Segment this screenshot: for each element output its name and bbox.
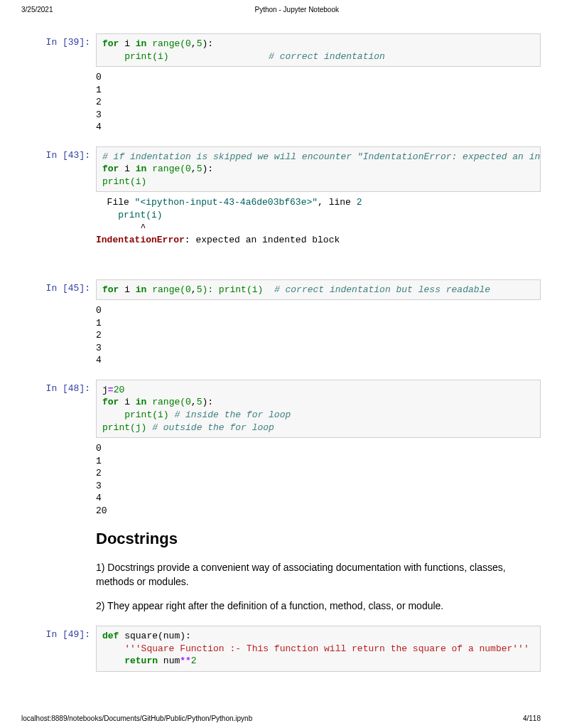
paragraph: 2) They appear right after the definitio… xyxy=(96,599,541,614)
section-heading: Docstrings xyxy=(96,530,541,548)
code-input[interactable]: def square(num): '''Square Function :- T… xyxy=(96,626,541,672)
page-footer: localhost:8889/notebooks/Documents/GitHu… xyxy=(21,714,541,722)
code-cell: In [43]: # if indentation is skipped we … xyxy=(36,146,541,247)
code-input[interactable]: # if indentation is skipped we will enco… xyxy=(96,146,541,193)
notebook-content: In [39]: for i in range(0,5): print(i) #… xyxy=(0,19,562,672)
code-output: 0 1 2 3 4 xyxy=(96,300,541,367)
page-title: Python - Jupyter Notebook xyxy=(255,6,339,14)
code-cell: In [48]: j=20 for i in range(0,5): print… xyxy=(36,380,541,517)
code-output: 0 1 2 3 4 20 xyxy=(96,438,541,517)
footer-page: 4/118 xyxy=(523,714,541,722)
code-cell: In [45]: for i in range(0,5): print(i) #… xyxy=(36,279,541,367)
code-input[interactable]: for i in range(0,5): print(i) # correct … xyxy=(96,279,541,301)
code-input[interactable]: for i in range(0,5): print(i) # correct … xyxy=(96,33,541,67)
page-header: 3/25/2021 Python - Jupyter Notebook xyxy=(0,0,562,19)
input-prompt: In [39]: xyxy=(36,33,96,134)
code-cell: In [39]: for i in range(0,5): print(i) #… xyxy=(36,33,541,134)
paragraph: 1) Docstrings provide a convenient way o… xyxy=(96,561,541,589)
footer-url: localhost:8889/notebooks/Documents/GitHu… xyxy=(21,714,252,722)
code-input[interactable]: j=20 for i in range(0,5): print(i) # ins… xyxy=(96,380,541,438)
input-prompt: In [48]: xyxy=(36,380,96,517)
markdown-cell: Docstrings 1) Docstrings provide a conve… xyxy=(96,530,541,613)
print-date: 3/25/2021 xyxy=(21,6,53,14)
code-cell: In [49]: def square(num): '''Square Func… xyxy=(36,626,541,672)
input-prompt: In [45]: xyxy=(36,279,96,367)
input-prompt: In [49]: xyxy=(36,626,96,672)
error-output: File "<ipython-input-43-4a6de03bf63e>", … xyxy=(96,192,541,246)
input-prompt: In [43]: xyxy=(36,146,96,247)
code-output: 0 1 2 3 4 xyxy=(96,67,541,134)
